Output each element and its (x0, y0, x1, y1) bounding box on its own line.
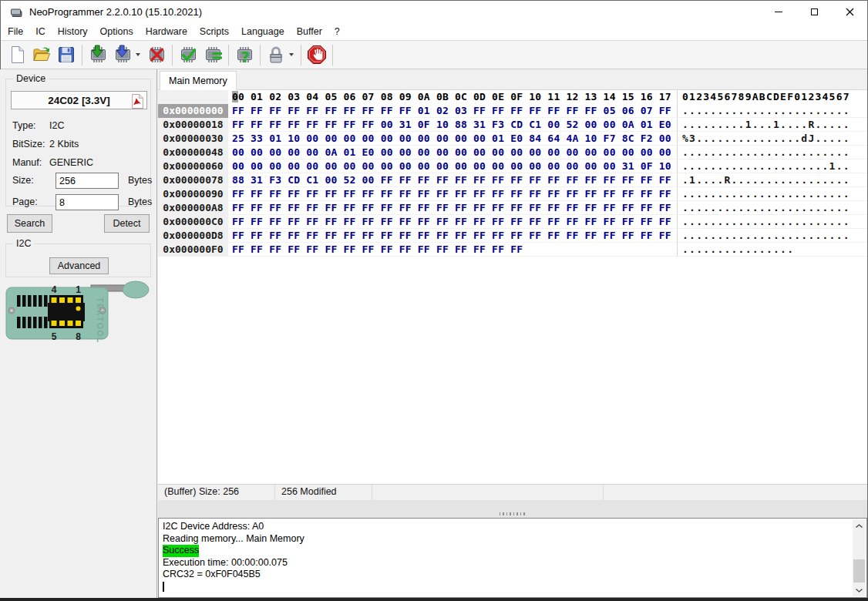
log-splitter (158, 500, 867, 518)
hex-bytes[interactable]: 00 00 00 00 00 0A 01 E0 00 00 00 00 00 0… (228, 146, 677, 159)
hex-ascii[interactable]: ........................ (677, 215, 867, 229)
page-input[interactable] (56, 194, 119, 210)
menu-item-hardware[interactable]: Hardware (140, 23, 193, 40)
pdf-datasheet-icon[interactable] (130, 94, 144, 109)
hex-row: 0x000000C0FF FF FF FF FF FF FF FF FF FF … (158, 215, 867, 229)
hex-ascii[interactable]: ........................ (677, 187, 867, 201)
inserted-chip (48, 295, 85, 328)
menu-item-buffer[interactable]: Buffer (291, 23, 328, 40)
stop-icon (307, 45, 327, 65)
log-panel: I2C Device Address: A0Reading memory... … (158, 518, 867, 598)
device-panel: Device 24C02 [3.3V] Type:I2CBitSize:2 Kb… (0, 69, 157, 598)
close-button[interactable] (832, 1, 867, 23)
verify-chip-icon (178, 45, 198, 65)
open-file-icon (32, 45, 52, 65)
hex-bytes[interactable]: FF FF FF FF FF FF FF FF FF FF FF FF FF F… (228, 187, 677, 201)
write-chip-button[interactable] (110, 43, 135, 67)
splitter-grip-icon[interactable] (500, 512, 526, 515)
menu-item-scripts[interactable]: Scripts (193, 23, 235, 40)
lock-dropdown-caret[interactable] (289, 53, 294, 56)
hex-ascii[interactable]: ........................ (677, 146, 867, 159)
read-chip-button[interactable] (86, 43, 110, 67)
hex-ascii[interactable]: ........................ (677, 104, 867, 118)
ascii-column-header: 0123456789ABCDEF01234567 (677, 90, 867, 104)
save-file-button[interactable] (54, 43, 79, 67)
compare-chip-icon (203, 45, 223, 65)
toolbar-separator (332, 45, 333, 65)
erase-chip-button[interactable] (144, 43, 169, 67)
erase-chip-icon (146, 45, 167, 65)
hex-bytes[interactable]: 00 00 00 00 00 00 00 00 00 00 00 00 00 0… (228, 159, 677, 173)
hex-row: 0x000000A8FF FF FF FF FF FF FF FF FF FF … (158, 201, 867, 215)
hex-editor: 00 01 02 03 04 05 06 07 08 09 0A 0B 0C 0… (158, 90, 867, 484)
hex-row: 0x00000018FF FF FF FF FF FF FF FF 00 31 … (158, 118, 867, 132)
minimize-button[interactable] (761, 1, 796, 23)
device-groupbox: Device 24C02 [3.3V] Type:I2CBitSize:2 Kb… (5, 79, 151, 206)
hex-address: 0x00000018 (158, 118, 228, 132)
hex-bytes[interactable]: 25 33 01 10 00 00 00 00 00 00 00 00 00 0… (228, 132, 677, 146)
compare-chip-button[interactable] (200, 43, 225, 67)
hex-bytes[interactable]: FF FF FF FF FF FF FF FF FF FF FF FF FF F… (228, 229, 677, 243)
menu-item-language[interactable]: Language (235, 23, 291, 40)
hex-bytes[interactable]: FF FF FF FF FF FF FF FF FF FF FF FF FF F… (228, 215, 677, 229)
maximize-button[interactable] (796, 1, 832, 23)
hex-ascii[interactable]: .........1...1....R..... (677, 118, 867, 132)
open-file-button[interactable] (29, 43, 54, 67)
menu-item-ic[interactable]: IC (29, 23, 52, 40)
blank-check-chip-button[interactable]: ? (232, 43, 257, 67)
verify-chip-button[interactable] (176, 43, 200, 67)
scroll-down-icon[interactable] (853, 584, 866, 596)
hex-ascii[interactable]: ........................ (677, 201, 867, 215)
read-chip-icon (88, 45, 108, 65)
page-unit-label: Bytes (128, 196, 152, 207)
hex-address: 0x000000F0 (158, 243, 228, 257)
chip-pin1-dot (76, 307, 81, 311)
lock-button[interactable] (264, 43, 288, 67)
toolbar-separator (301, 45, 301, 65)
search-button[interactable]: Search (7, 214, 52, 233)
stop-button[interactable] (304, 43, 329, 67)
write-chip-dropdown-caret[interactable] (136, 53, 140, 56)
hex-ascii[interactable]: ........................ (677, 229, 867, 243)
app-chip-icon (9, 7, 23, 18)
hex-corner-cell (158, 90, 228, 104)
scrollbar-thumb[interactable] (853, 559, 865, 583)
hex-bytes[interactable]: 88 31 F3 CD C1 00 52 00 FF FF FF FF FF F… (228, 173, 677, 187)
hex-bytes[interactable]: FF FF FF FF FF FF FF FF FF FF FF FF FF F… (228, 201, 677, 215)
menu-item-help[interactable]: ? (328, 23, 346, 40)
write-chip-icon (113, 45, 133, 65)
maximize-icon (811, 8, 818, 15)
hex-bytes[interactable]: FF FF FF FF FF FF FF FF FF FF 01 02 03 F… (228, 104, 677, 118)
tab-main-memory[interactable]: Main Memory (160, 71, 237, 90)
hex-row: 0x00000090FF FF FF FF FF FF FF FF FF FF … (158, 187, 867, 201)
zif-socket-graphic: 4 1 5 8 TEXTOOL (3, 279, 154, 344)
log-line: CRC32 = 0xF0F045B5 (163, 569, 851, 581)
hex-row: 0x0000004800 00 00 00 00 0A 01 E0 00 00 … (158, 146, 867, 159)
hex-ascii[interactable]: ................ (677, 243, 867, 257)
size-input[interactable] (56, 173, 119, 189)
advanced-button[interactable]: Advanced (49, 257, 109, 274)
hex-row: 0x0000006000 00 00 00 00 00 00 00 00 00 … (158, 159, 867, 173)
detect-button[interactable]: Detect (104, 214, 150, 233)
log-line: Success (163, 545, 851, 557)
socket-pin-label-8: 8 (76, 331, 81, 342)
size-label: Size: (12, 175, 34, 186)
menu-item-file[interactable]: File (2, 23, 29, 40)
hex-ascii[interactable]: .1....R................. (677, 173, 867, 187)
hex-address: 0x00000048 (158, 146, 228, 159)
hex-row: 0x0000003025 33 01 10 00 00 00 00 00 00 … (158, 132, 867, 146)
hex-bytes[interactable]: FF FF FF FF FF FF FF FF 00 31 0F 10 88 3… (228, 118, 677, 132)
toolbar-separator (82, 45, 82, 65)
new-file-button[interactable] (5, 43, 29, 67)
scroll-up-icon[interactable] (853, 520, 866, 532)
menu-item-options[interactable]: Options (94, 23, 140, 40)
selected-device-box[interactable]: 24C02 [3.3V] (11, 91, 147, 109)
status-segment (372, 485, 604, 500)
hex-bytes[interactable]: FF FF FF FF FF FF FF FF FF FF FF FF FF F… (228, 243, 677, 257)
menu-item-history[interactable]: History (52, 23, 94, 40)
log-scrollbar[interactable] (853, 519, 866, 596)
hex-row: 0x0000007888 31 F3 CD C1 00 52 00 FF FF … (158, 173, 867, 187)
hex-ascii[interactable]: %3...............dJ..... (677, 132, 867, 146)
hex-address: 0x000000D8 (158, 229, 228, 243)
hex-ascii[interactable]: .....................1.. (677, 159, 867, 173)
